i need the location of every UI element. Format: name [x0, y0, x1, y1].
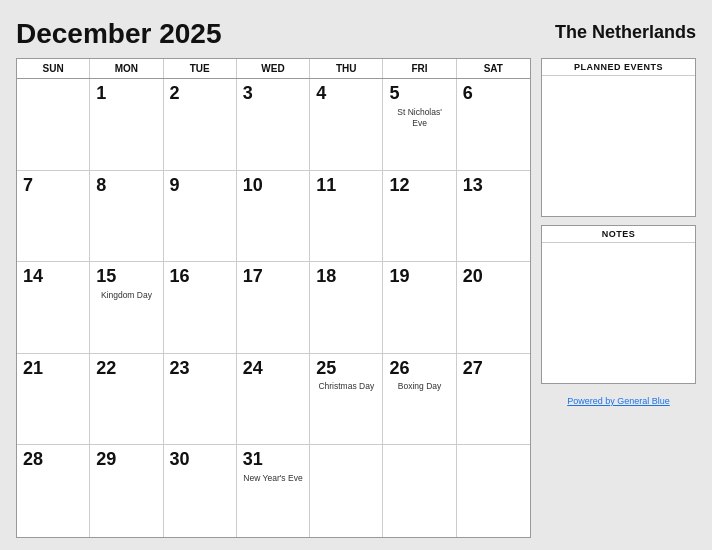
event-text: Boxing Day	[389, 381, 449, 392]
calendar-grid: 12345St Nicholas' Eve6789101112131415Kin…	[17, 79, 530, 537]
day-number: 9	[170, 175, 180, 197]
calendar-cell: 2	[164, 79, 237, 171]
day-number: 11	[316, 175, 336, 197]
calendar-cell: 24	[237, 354, 310, 446]
calendar-cell: 28	[17, 445, 90, 537]
calendar-cell: 19	[383, 262, 456, 354]
notes-label: NOTES	[542, 226, 695, 243]
day-number: 5	[389, 83, 399, 105]
day-header: TUE	[164, 59, 237, 78]
day-number: 6	[463, 83, 473, 105]
calendar-cell: 3	[237, 79, 310, 171]
day-number: 26	[389, 358, 409, 380]
day-number: 18	[316, 266, 336, 288]
event-text: Kingdom Day	[96, 290, 156, 301]
day-number: 13	[463, 175, 483, 197]
event-text: New Year's Eve	[243, 473, 303, 484]
day-number: 23	[170, 358, 190, 380]
calendar-cell: 13	[457, 171, 530, 263]
day-number: 24	[243, 358, 263, 380]
day-header: SUN	[17, 59, 90, 78]
calendar-cell: 12	[383, 171, 456, 263]
calendar-cell	[457, 445, 530, 537]
day-number: 29	[96, 449, 116, 471]
notes-box: NOTES	[541, 225, 696, 384]
calendar-cell: 23	[164, 354, 237, 446]
calendar-cell: 5St Nicholas' Eve	[383, 79, 456, 171]
notes-content	[542, 243, 695, 383]
calendar-cell: 16	[164, 262, 237, 354]
calendar-cell: 8	[90, 171, 163, 263]
day-header: THU	[310, 59, 383, 78]
month-title: December 2025	[16, 18, 221, 50]
planned-events-box: PLANNED EVENTS	[541, 58, 696, 217]
calendar-cell: 6	[457, 79, 530, 171]
day-number: 21	[23, 358, 43, 380]
calendar-area: SUNMONTUEWEDTHUFRISAT 12345St Nicholas' …	[16, 58, 531, 538]
day-number: 7	[23, 175, 33, 197]
planned-events-content	[542, 76, 695, 216]
calendar-cell: 29	[90, 445, 163, 537]
main-content: SUNMONTUEWEDTHUFRISAT 12345St Nicholas' …	[16, 58, 696, 538]
powered-by-link[interactable]: Powered by General Blue	[541, 396, 696, 406]
calendar-cell: 27	[457, 354, 530, 446]
day-number: 28	[23, 449, 43, 471]
day-number: 10	[243, 175, 263, 197]
calendar-cell: 31New Year's Eve	[237, 445, 310, 537]
day-number: 15	[96, 266, 116, 288]
calendar-cell	[310, 445, 383, 537]
day-number: 1	[96, 83, 106, 105]
calendar-cell: 4	[310, 79, 383, 171]
event-text: Christmas Day	[316, 381, 376, 392]
day-number: 27	[463, 358, 483, 380]
calendar-cell: 9	[164, 171, 237, 263]
calendar-cell: 20	[457, 262, 530, 354]
day-number: 22	[96, 358, 116, 380]
calendar-cell: 15Kingdom Day	[90, 262, 163, 354]
calendar-cell: 17	[237, 262, 310, 354]
day-number: 17	[243, 266, 263, 288]
day-number: 14	[23, 266, 43, 288]
day-header: WED	[237, 59, 310, 78]
calendar-cell: 18	[310, 262, 383, 354]
day-number: 3	[243, 83, 253, 105]
calendar-cell: 25Christmas Day	[310, 354, 383, 446]
page: December 2025 The Netherlands SUNMONTUEW…	[0, 0, 712, 550]
calendar-cell: 10	[237, 171, 310, 263]
header: December 2025 The Netherlands	[16, 18, 696, 50]
day-number: 12	[389, 175, 409, 197]
planned-events-label: PLANNED EVENTS	[542, 59, 695, 76]
day-header: SAT	[457, 59, 530, 78]
day-number: 16	[170, 266, 190, 288]
calendar-cell: 14	[17, 262, 90, 354]
country-title: The Netherlands	[555, 22, 696, 43]
calendar-cell: 21	[17, 354, 90, 446]
day-number: 4	[316, 83, 326, 105]
calendar-cell	[383, 445, 456, 537]
day-headers: SUNMONTUEWEDTHUFRISAT	[17, 59, 530, 79]
day-number: 19	[389, 266, 409, 288]
calendar-cell: 7	[17, 171, 90, 263]
calendar-cell	[17, 79, 90, 171]
sidebar: PLANNED EVENTS NOTES Powered by General …	[541, 58, 696, 538]
day-number: 8	[96, 175, 106, 197]
day-header: FRI	[383, 59, 456, 78]
calendar-cell: 26Boxing Day	[383, 354, 456, 446]
calendar-cell: 1	[90, 79, 163, 171]
day-header: MON	[90, 59, 163, 78]
day-number: 2	[170, 83, 180, 105]
calendar-cell: 11	[310, 171, 383, 263]
day-number: 31	[243, 449, 263, 471]
day-number: 20	[463, 266, 483, 288]
calendar-cell: 30	[164, 445, 237, 537]
day-number: 30	[170, 449, 190, 471]
calendar-cell: 22	[90, 354, 163, 446]
event-text: St Nicholas' Eve	[389, 107, 449, 129]
day-number: 25	[316, 358, 336, 380]
